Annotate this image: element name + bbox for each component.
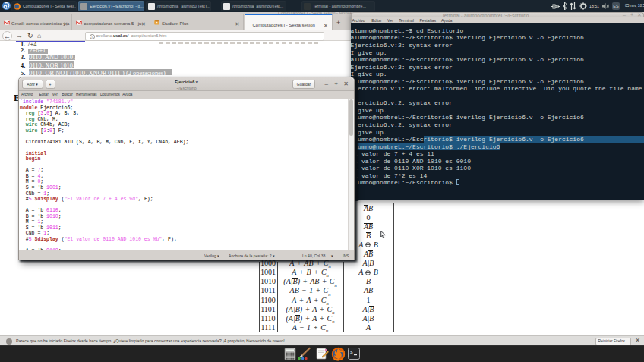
svg-text:$: $ [350,350,353,355]
